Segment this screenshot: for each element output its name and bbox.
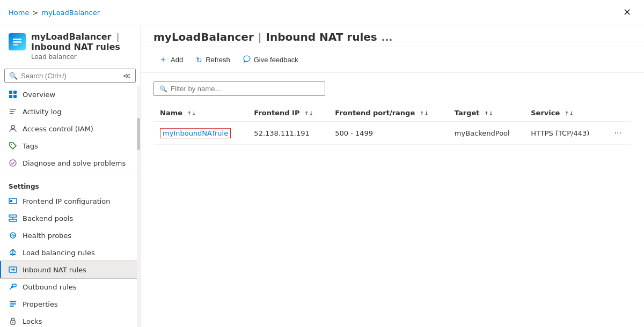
sidebar-item-activity-log[interactable]: Activity log	[0, 103, 137, 120]
sidebar: myLoadBalancer | Inbound NAT rules Load …	[0, 25, 141, 327]
svg-rect-8	[10, 111, 14, 112]
page-name-title: Inbound NAT rules	[266, 31, 377, 43]
sidebar-item-outbound-rules[interactable]: Outbound rules	[0, 278, 137, 295]
more-options-icon[interactable]: ...	[382, 32, 393, 43]
row-more-button[interactable]: ···	[611, 127, 625, 139]
sidebar-item-frontend-ip[interactable]: Frontend IP configuration	[0, 192, 137, 210]
diagnose-icon	[9, 159, 17, 167]
svg-point-30	[12, 322, 13, 323]
sidebar-nav: Overview Activity log	[0, 86, 137, 327]
svg-rect-27	[10, 303, 16, 304]
sort-icon-frontend-ip: ↑↓	[304, 110, 313, 116]
col-header-port-range[interactable]: Frontend port/range ↑↓	[328, 105, 448, 122]
breadcrumb-home[interactable]: Home	[9, 9, 29, 17]
sidebar-item-activity-log-label: Activity log	[23, 108, 62, 116]
feedback-button[interactable]: Give feedback	[238, 53, 304, 67]
title-separator: |	[258, 31, 262, 43]
svg-rect-5	[9, 95, 12, 98]
toolbar: ＋ Add ↻ Refresh Give feedback	[141, 47, 644, 73]
sidebar-item-locks-label: Locks	[23, 317, 42, 325]
nat-rule-link[interactable]: myInboundNATrule	[160, 128, 231, 138]
sidebar-item-overview[interactable]: Overview	[0, 86, 137, 103]
breadcrumb-current[interactable]: myLoadBalancer	[41, 9, 100, 17]
svg-rect-2	[13, 44, 18, 46]
svg-rect-3	[9, 91, 12, 94]
collapse-button[interactable]: ≪	[123, 71, 131, 80]
sidebar-item-diagnose[interactable]: Diagnose and solve problems	[0, 154, 137, 172]
overview-icon	[9, 90, 17, 99]
cell-service: HTTPS (TCP/443)	[524, 122, 604, 145]
sidebar-item-lb-rules[interactable]: Load balancing rules	[0, 244, 137, 261]
sidebar-scrollbar	[137, 86, 140, 327]
cell-frontend-ip: 52.138.111.191	[247, 122, 328, 145]
health-probes-icon	[9, 231, 17, 240]
svg-rect-9	[10, 113, 13, 114]
sidebar-item-health-probes[interactable]: Health probes	[0, 227, 137, 244]
cell-more: ···	[605, 122, 631, 145]
svg-rect-4	[13, 91, 17, 94]
sidebar-header: myLoadBalancer | Inbound NAT rules Load …	[0, 25, 140, 65]
sidebar-item-overview-label: Overview	[23, 91, 55, 99]
svg-point-11	[11, 144, 12, 145]
svg-rect-26	[10, 301, 16, 302]
sort-icon-service: ↑↓	[565, 110, 574, 116]
resource-name: myLoadBalancer | Inbound NAT rules	[31, 32, 131, 52]
search-input[interactable]	[21, 72, 120, 80]
col-header-name[interactable]: Name ↑↓	[153, 105, 247, 122]
main-content: myLoadBalancer | Inbound NAT rules ... ＋…	[141, 25, 644, 327]
svg-rect-23	[13, 254, 16, 255]
page-header: myLoadBalancer | Inbound NAT rules ...	[141, 25, 644, 47]
table-body: myInboundNATrule 52.138.111.191 500 - 14…	[153, 122, 631, 145]
svg-rect-15	[9, 215, 17, 217]
col-header-actions	[605, 105, 631, 122]
sidebar-item-access-control[interactable]: Access control (IAM)	[0, 120, 137, 137]
data-table: Name ↑↓ Frontend IP ↑↓ Frontend port/ran…	[153, 105, 631, 145]
sidebar-item-locks[interactable]: Locks	[0, 313, 137, 327]
col-header-frontend-ip[interactable]: Frontend IP ↑↓	[247, 105, 328, 122]
sidebar-item-properties[interactable]: Properties	[0, 295, 137, 313]
svg-rect-0	[13, 39, 21, 40]
feedback-icon	[243, 55, 251, 64]
refresh-label: Refresh	[206, 56, 230, 64]
svg-rect-22	[10, 254, 12, 255]
sidebar-item-inbound-nat-label: Inbound NAT rules	[23, 266, 86, 274]
top-bar: Home > myLoadBalancer ✕	[0, 0, 644, 25]
sidebar-scrollbar-thumb	[137, 118, 140, 150]
sidebar-item-inbound-nat[interactable]: Inbound NAT rules	[0, 261, 137, 278]
add-icon: ＋	[159, 54, 167, 65]
resource-name-title: myLoadBalancer	[153, 31, 254, 43]
svg-rect-16	[9, 219, 17, 221]
locks-icon	[9, 317, 17, 325]
add-button[interactable]: ＋ Add	[153, 51, 188, 68]
filter-icon: 🔍	[159, 85, 167, 93]
svg-rect-6	[13, 95, 17, 98]
search-icon: 🔍	[9, 72, 18, 80]
page-title: myLoadBalancer | Inbound NAT rules ...	[153, 31, 631, 43]
breadcrumb: Home > myLoadBalancer	[9, 9, 100, 17]
sidebar-item-access-control-label: Access control (IAM)	[23, 125, 93, 133]
sidebar-item-tags[interactable]: Tags	[0, 137, 137, 154]
filter-input[interactable]	[171, 85, 319, 93]
filter-box[interactable]: 🔍	[153, 81, 325, 96]
svg-rect-25	[12, 284, 16, 287]
sort-icon-target: ↑↓	[484, 110, 493, 116]
close-button[interactable]: ✕	[619, 4, 635, 20]
sidebar-item-frontend-ip-label: Frontend IP configuration	[23, 197, 111, 205]
breadcrumb-sep: >	[32, 9, 38, 17]
sort-icon-port-range: ↑↓	[420, 110, 429, 116]
feedback-label: Give feedback	[254, 56, 298, 64]
col-header-target[interactable]: Target ↑↓	[448, 105, 524, 122]
resource-subtitle: Load balancer	[9, 53, 131, 61]
table-header: Name ↑↓ Frontend IP ↑↓ Frontend port/ran…	[153, 105, 631, 122]
col-header-service[interactable]: Service ↑↓	[524, 105, 604, 122]
tags-icon	[9, 142, 17, 150]
cell-target: myBackendPool	[448, 122, 524, 145]
inbound-nat-icon	[9, 265, 17, 274]
settings-section-label: Settings	[0, 176, 137, 192]
sidebar-item-backend-pools[interactable]: Backend pools	[0, 210, 137, 227]
refresh-button[interactable]: ↻ Refresh	[191, 53, 236, 67]
backend-pools-icon	[9, 214, 17, 222]
lb-rules-icon	[9, 248, 17, 257]
cell-port-range: 500 - 1499	[328, 122, 448, 145]
svg-rect-28	[10, 306, 14, 307]
